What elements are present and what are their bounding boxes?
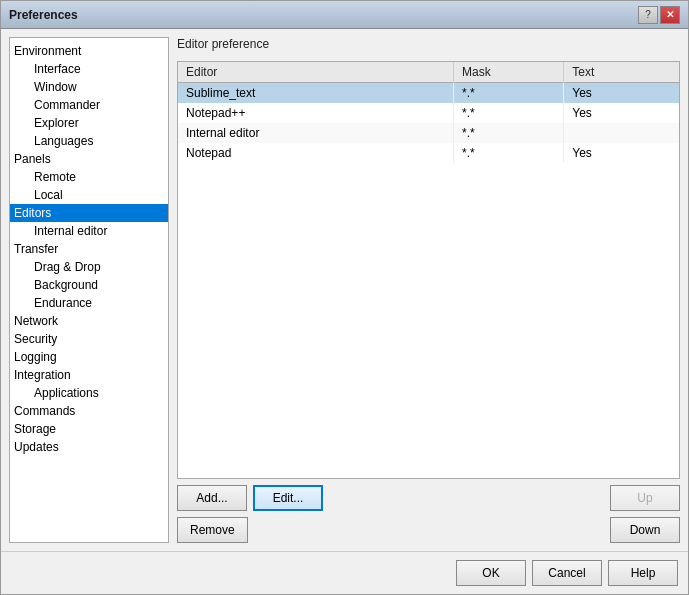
col-header-text: Text bbox=[564, 62, 679, 83]
table-row[interactable]: Sublime_text*.*Yes bbox=[178, 83, 679, 104]
close-button[interactable]: ✕ bbox=[660, 6, 680, 24]
sidebar-item-languages[interactable]: Languages bbox=[10, 132, 168, 150]
cell-mask: *.* bbox=[454, 103, 564, 123]
sidebar-item-transfer[interactable]: Transfer bbox=[10, 240, 168, 258]
main-content: EnvironmentInterfaceWindowCommanderExplo… bbox=[1, 29, 688, 551]
edit-button[interactable]: Edit... bbox=[253, 485, 323, 511]
sidebar-item-applications[interactable]: Applications bbox=[10, 384, 168, 402]
cell-editor: Internal editor bbox=[178, 123, 454, 143]
sidebar-item-internal-editor[interactable]: Internal editor bbox=[10, 222, 168, 240]
main-panel: Editor preference Editor Mask Text Subli… bbox=[177, 37, 680, 543]
preferences-window: Preferences ? ✕ EnvironmentInterfaceWind… bbox=[0, 0, 689, 595]
up-button[interactable]: Up bbox=[610, 485, 680, 511]
ok-button[interactable]: OK bbox=[456, 560, 526, 586]
cell-mask: *.* bbox=[454, 143, 564, 163]
sidebar-item-logging[interactable]: Logging bbox=[10, 348, 168, 366]
cell-editor: Notepad bbox=[178, 143, 454, 163]
sidebar-item-storage[interactable]: Storage bbox=[10, 420, 168, 438]
sidebar-item-integration[interactable]: Integration bbox=[10, 366, 168, 384]
col-header-mask: Mask bbox=[454, 62, 564, 83]
sidebar-item-commands[interactable]: Commands bbox=[10, 402, 168, 420]
table-body: Sublime_text*.*YesNotepad++*.*YesInterna… bbox=[178, 83, 679, 164]
cell-mask: *.* bbox=[454, 123, 564, 143]
cell-text bbox=[564, 123, 679, 143]
table-row[interactable]: Notepad*.*Yes bbox=[178, 143, 679, 163]
title-bar: Preferences ? ✕ bbox=[1, 1, 688, 29]
cell-editor: Sublime_text bbox=[178, 83, 454, 104]
panel-title: Editor preference bbox=[177, 37, 680, 51]
col-header-editor: Editor bbox=[178, 62, 454, 83]
sidebar-item-drag-drop[interactable]: Drag & Drop bbox=[10, 258, 168, 276]
sidebar-item-explorer[interactable]: Explorer bbox=[10, 114, 168, 132]
cell-text: Yes bbox=[564, 143, 679, 163]
cancel-button[interactable]: Cancel bbox=[532, 560, 602, 586]
add-button[interactable]: Add... bbox=[177, 485, 247, 511]
cell-editor: Notepad++ bbox=[178, 103, 454, 123]
sidebar-item-commander[interactable]: Commander bbox=[10, 96, 168, 114]
cell-mask: *.* bbox=[454, 83, 564, 104]
sidebar-item-editors[interactable]: Editors bbox=[10, 204, 168, 222]
table-row[interactable]: Notepad++*.*Yes bbox=[178, 103, 679, 123]
help-title-button[interactable]: ? bbox=[638, 6, 658, 24]
sidebar-item-panels[interactable]: Panels bbox=[10, 150, 168, 168]
remove-button[interactable]: Remove bbox=[177, 517, 248, 543]
sidebar-item-background[interactable]: Background bbox=[10, 276, 168, 294]
sidebar-item-endurance[interactable]: Endurance bbox=[10, 294, 168, 312]
editor-table-container: Editor Mask Text Sublime_text*.*YesNotep… bbox=[177, 61, 680, 479]
sidebar-item-network[interactable]: Network bbox=[10, 312, 168, 330]
sidebar-item-interface[interactable]: Interface bbox=[10, 60, 168, 78]
sidebar: EnvironmentInterfaceWindowCommanderExplo… bbox=[9, 37, 169, 543]
sidebar-item-updates[interactable]: Updates bbox=[10, 438, 168, 456]
bottom-buttons-row: OK Cancel Help bbox=[1, 551, 688, 594]
sidebar-item-local[interactable]: Local bbox=[10, 186, 168, 204]
cell-text: Yes bbox=[564, 83, 679, 104]
window-title: Preferences bbox=[9, 8, 638, 22]
help-button[interactable]: Help bbox=[608, 560, 678, 586]
action-buttons-row2: Remove Down bbox=[177, 517, 680, 543]
sidebar-item-window[interactable]: Window bbox=[10, 78, 168, 96]
sidebar-item-security[interactable]: Security bbox=[10, 330, 168, 348]
sidebar-item-environment[interactable]: Environment bbox=[10, 42, 168, 60]
table-row[interactable]: Internal editor*.* bbox=[178, 123, 679, 143]
editor-table: Editor Mask Text Sublime_text*.*YesNotep… bbox=[178, 62, 679, 163]
sidebar-item-remote[interactable]: Remote bbox=[10, 168, 168, 186]
action-buttons-row1: Add... Edit... Up bbox=[177, 485, 680, 511]
table-header-row: Editor Mask Text bbox=[178, 62, 679, 83]
down-button[interactable]: Down bbox=[610, 517, 680, 543]
cell-text: Yes bbox=[564, 103, 679, 123]
title-bar-buttons: ? ✕ bbox=[638, 6, 680, 24]
